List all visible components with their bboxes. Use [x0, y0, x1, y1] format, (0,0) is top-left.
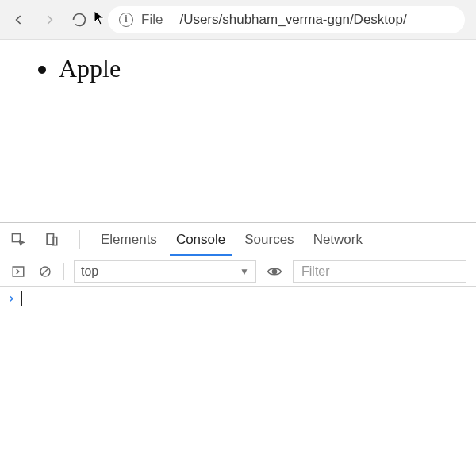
- console-body[interactable]: ›: [0, 287, 476, 451]
- page-content: Apple: [0, 40, 476, 222]
- back-button[interactable]: [11, 12, 27, 28]
- context-selector-value: top: [81, 264, 98, 279]
- forward-button[interactable]: [41, 12, 57, 28]
- clear-console-icon[interactable]: [36, 263, 54, 280]
- tab-console[interactable]: Console: [175, 224, 227, 256]
- inspect-icon[interactable]: [10, 231, 27, 249]
- tab-sources[interactable]: Sources: [243, 224, 295, 256]
- tabbar-divider: [79, 230, 80, 249]
- list-item: Apple: [59, 54, 452, 83]
- address-bar[interactable]: i File /Users/shubham_verma-ggn/Desktop/: [108, 6, 465, 33]
- tab-elements[interactable]: Elements: [99, 224, 159, 256]
- prompt-chevron-icon: ›: [8, 291, 15, 306]
- filter-placeholder: Filter: [301, 264, 330, 279]
- url-scheme-label: File: [141, 12, 163, 28]
- console-sidebar-toggle-icon[interactable]: [10, 263, 27, 280]
- device-toolbar-icon[interactable]: [43, 231, 60, 249]
- reload-button[interactable]: [71, 12, 87, 28]
- url-path: /Users/shubham_verma-ggn/Desktop/: [179, 12, 406, 28]
- tab-network[interactable]: Network: [312, 224, 364, 256]
- svg-point-5: [272, 268, 278, 274]
- text-caret: [21, 291, 22, 306]
- devtools-tabbar: Elements Console Sources Network: [0, 223, 476, 256]
- devtools-panel: Elements Console Sources Network top ▼ F…: [0, 222, 476, 451]
- console-prompt-line[interactable]: ›: [8, 291, 468, 306]
- context-selector[interactable]: top ▼: [74, 260, 256, 283]
- content-list: Apple: [24, 54, 452, 83]
- filter-input[interactable]: Filter: [293, 260, 466, 283]
- chevron-down-icon: ▼: [240, 266, 249, 277]
- browser-toolbar: i File /Users/shubham_verma-ggn/Desktop/: [0, 0, 476, 40]
- console-toolbar-divider: [63, 263, 64, 280]
- live-expression-icon[interactable]: [266, 263, 283, 280]
- address-separator: [171, 12, 171, 28]
- info-icon[interactable]: i: [119, 13, 133, 27]
- console-toolbar: top ▼ Filter: [0, 256, 476, 287]
